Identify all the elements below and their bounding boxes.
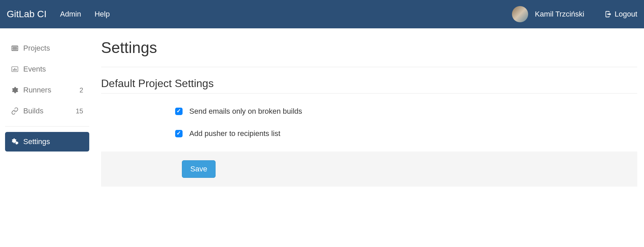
navbar: GitLab CI Admin Help Kamil Trzciński Log…	[0, 0, 644, 28]
checkbox-label: Add pusher to recipients list	[189, 129, 280, 138]
checkbox-broken-builds[interactable]	[175, 108, 183, 115]
nav-help[interactable]: Help	[95, 10, 110, 19]
logout-icon	[605, 10, 612, 18]
gears-icon	[11, 138, 19, 145]
svg-rect-6	[14, 68, 15, 71]
sidebar-label: Projects	[23, 44, 83, 53]
form-row-emails: Send emails only on broken builds	[101, 107, 637, 116]
section-title: Default Project Settings	[101, 77, 637, 93]
navbar-right: Kamil Trzciński Logout	[512, 6, 637, 22]
form-footer: Save	[101, 152, 637, 187]
section-divider	[101, 67, 637, 67]
sidebar-label: Settings	[23, 137, 83, 146]
sidebar-badge: 2	[79, 86, 83, 94]
gear-icon	[11, 86, 19, 94]
page-title: Settings	[101, 38, 637, 57]
sidebar-item-builds[interactable]: Builds 15	[5, 101, 89, 121]
svg-rect-7	[16, 69, 17, 71]
sidebar-label: Builds	[23, 107, 76, 115]
sidebar: Projects Events Runners 2 Builds 15 Sett…	[0, 28, 94, 187]
avatar[interactable]	[512, 6, 528, 22]
logout-link[interactable]: Logout	[605, 10, 637, 19]
link-icon	[11, 107, 19, 115]
nav-admin[interactable]: Admin	[60, 10, 81, 19]
sidebar-label: Runners	[23, 86, 79, 94]
sidebar-item-runners[interactable]: Runners 2	[5, 80, 89, 100]
user-name[interactable]: Kamil Trzciński	[535, 10, 584, 19]
sidebar-divider	[5, 126, 89, 127]
checkbox-add-pusher[interactable]	[175, 130, 183, 137]
sidebar-label: Events	[23, 65, 83, 74]
sidebar-item-events[interactable]: Events	[5, 59, 89, 79]
save-button[interactable]: Save	[182, 160, 216, 178]
sidebar-badge: 15	[76, 107, 83, 115]
form-row-pusher: Add pusher to recipients list	[101, 129, 637, 138]
svg-rect-5	[13, 69, 14, 71]
content-wrapper: Projects Events Runners 2 Builds 15 Sett…	[0, 28, 644, 187]
brand-logo[interactable]: GitLab CI	[7, 9, 46, 20]
main-content: Settings Default Project Settings Send e…	[94, 28, 644, 187]
sidebar-item-projects[interactable]: Projects	[5, 38, 89, 58]
navbar-nav: Admin Help	[60, 10, 512, 19]
sidebar-item-settings[interactable]: Settings	[5, 132, 89, 152]
list-icon	[11, 45, 19, 52]
chart-icon	[11, 65, 19, 73]
checkbox-label: Send emails only on broken builds	[189, 107, 302, 116]
logout-label: Logout	[615, 10, 637, 19]
